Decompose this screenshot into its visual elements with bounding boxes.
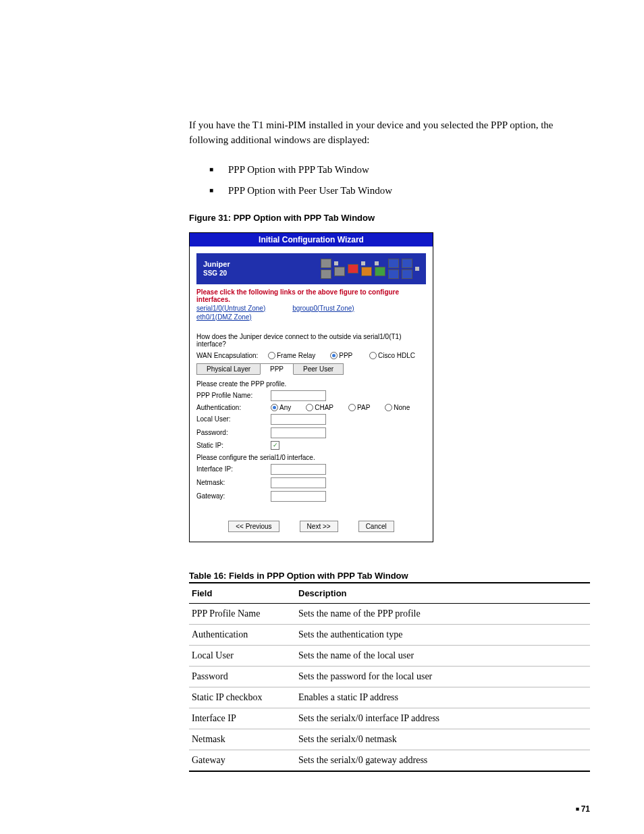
figure-caption: Figure 31: PPP Option with PPP Tab Windo… (189, 213, 590, 223)
previous-button[interactable]: << Previous (228, 521, 279, 532)
tab-ppp[interactable]: PPP (260, 363, 294, 375)
netmask-label: Netmask: (196, 479, 267, 486)
table-row: Static IP checkboxEnables a static IP ad… (189, 687, 590, 708)
cell-desc: Sets the serialx/0 interface IP address (296, 708, 590, 729)
port-diagram[interactable] (321, 259, 419, 279)
cell-desc: Sets the name of the PPP profile (296, 603, 590, 624)
radio-auth-none[interactable]: None (385, 404, 410, 411)
radio-ppp[interactable]: PPP (330, 352, 352, 359)
cell-field: Authentication (189, 624, 296, 645)
local-user-label: Local User: (196, 415, 267, 423)
radio-auth-pap[interactable]: PAP (348, 404, 370, 411)
table-row: PPP Profile NameSets the name of the PPP… (189, 603, 590, 624)
config-instruction: Please click the following links or the … (196, 288, 426, 303)
cell-field: Password (189, 666, 296, 687)
profile-name-input[interactable] (271, 390, 326, 401)
next-button[interactable]: Next >> (300, 521, 338, 532)
intro-paragraph: If you have the T1 mini-PIM installed in… (189, 118, 590, 148)
radio-frame-relay[interactable]: Frame Relay (268, 352, 315, 359)
cell-field: Netmask (189, 729, 296, 750)
link-serial-untrust[interactable]: serial1/0(Untrust Zone) (196, 305, 265, 312)
bullet-item: PPP Option with Peer User Tab Window (209, 185, 590, 197)
link-eth-dmz[interactable]: eth0/1(DMZ Zone) (196, 313, 252, 321)
th-field: Field (189, 583, 296, 604)
cancel-button[interactable]: Cancel (358, 521, 394, 532)
tab-physical-layer[interactable]: Physical Layer (196, 363, 261, 375)
password-label: Password: (196, 429, 267, 436)
cell-field: Local User (189, 645, 296, 666)
table-row: NetmaskSets the serialx/0 netmask (189, 729, 590, 750)
cell-desc: Enables a static IP address (296, 687, 590, 708)
radio-cisco-hdlc[interactable]: Cisco HDLC (369, 352, 415, 359)
profile-name-label: PPP Profile Name: (196, 392, 267, 399)
radio-auth-chap[interactable]: CHAP (306, 404, 333, 411)
auth-any-label: Any (279, 404, 291, 411)
interface-ip-label: Interface IP: (196, 465, 267, 473)
device-model: SSG 20 (203, 269, 230, 277)
cell-field: Interface IP (189, 708, 296, 729)
auth-none-label: None (394, 404, 410, 411)
cell-desc: Sets the password for the local user (296, 666, 590, 687)
table-row: Local UserSets the name of the local use… (189, 645, 590, 666)
interface-ip-input[interactable] (271, 464, 326, 475)
device-panel: Juniper SSG 20 (196, 253, 426, 284)
wizard-dialog: Initial Configuration Wizard Juniper SSG… (189, 232, 433, 542)
th-description: Description (296, 583, 590, 604)
cell-desc: Sets the serialx/0 netmask (296, 729, 590, 750)
bullet-list: PPP Option with PPP Tab Window PPP Optio… (209, 164, 590, 197)
static-ip-checkbox[interactable]: ✓ (271, 441, 279, 450)
password-input[interactable] (271, 427, 326, 438)
wizard-title: Initial Configuration Wizard (190, 233, 433, 246)
link-bgroup-trust[interactable]: bgroup0(Trust Zone) (292, 305, 354, 312)
page-number: 71 (576, 804, 590, 814)
cell-desc: Sets the name of the local user (296, 645, 590, 666)
radio-auth-any[interactable]: Any (271, 404, 291, 411)
radio-cisco-label: Cisco HDLC (378, 352, 415, 359)
table-row: AuthenticationSets the authentication ty… (189, 624, 590, 645)
wan-encap-label: WAN Encapsulation: (196, 352, 264, 359)
bullet-item: PPP Option with PPP Tab Window (209, 164, 590, 176)
wan-question: How does the Juniper device connect to t… (196, 333, 426, 348)
cell-field: PPP Profile Name (189, 603, 296, 624)
cell-desc: Sets the serialx/0 gateway address (296, 750, 590, 771)
auth-chap-label: CHAP (315, 404, 333, 411)
tab-bar: Physical Layer PPP Peer User (196, 363, 426, 375)
fields-table: Field Description PPP Profile NameSets t… (189, 582, 590, 772)
tab-peer-user[interactable]: Peer User (293, 363, 344, 375)
auth-label: Authentication: (196, 404, 267, 411)
table-row: Interface IPSets the serialx/0 interface… (189, 708, 590, 729)
netmask-input[interactable] (271, 477, 326, 488)
tab-content: Please create the PPP profile. PPP Profi… (196, 375, 426, 502)
interface-instruction: Please configure the serial1/0 interface… (196, 454, 426, 461)
ppp-profile-instruction: Please create the PPP profile. (196, 380, 426, 388)
cell-desc: Sets the authentication type (296, 624, 590, 645)
auth-pap-label: PAP (357, 404, 370, 411)
static-ip-label: Static IP: (196, 442, 267, 449)
table-row: GatewaySets the serialx/0 gateway addres… (189, 750, 590, 771)
gateway-label: Gateway: (196, 492, 267, 500)
cell-field: Static IP checkbox (189, 687, 296, 708)
cell-field: Gateway (189, 750, 296, 771)
radio-ppp-label: PPP (339, 352, 352, 359)
gateway-input[interactable] (271, 491, 326, 502)
radio-frame-label: Frame Relay (277, 352, 315, 359)
table-caption: Table 16: Fields in PPP Option with PPP … (189, 571, 590, 581)
brand-logo: Juniper (203, 260, 230, 268)
table-row: PasswordSets the password for the local … (189, 666, 590, 687)
local-user-input[interactable] (271, 414, 326, 425)
